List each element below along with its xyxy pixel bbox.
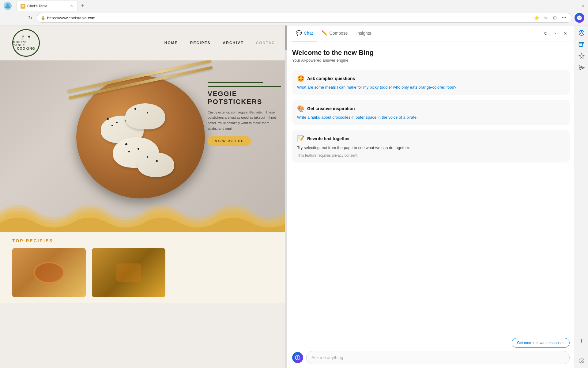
card1-title: Ask complex questions [307, 76, 355, 81]
insights-tab-label: Insights [356, 31, 371, 36]
card3-header: 📝 Rewrite text together [297, 135, 565, 142]
top-recipes-label: TOP RECIPIES [12, 238, 275, 243]
send-button-edge[interactable] [577, 63, 586, 73]
new-tab-button[interactable]: + [78, 2, 87, 10]
svg-rect-1 [23, 36, 23, 38]
scroll-thumb[interactable] [285, 25, 287, 50]
svg-point-8 [581, 360, 582, 362]
close-window-button[interactable]: ✕ [582, 4, 584, 8]
card3-text: Try selecting text from the page to see … [297, 145, 565, 151]
minimize-button[interactable]: ─ [566, 4, 569, 8]
welcome-section: Welcome to the new Bing Your AI-powered … [292, 49, 570, 65]
address-bar-row: ← → ↻ 🔒 https://www.chefstable.com ⭐ ☆ ⊞… [0, 12, 588, 25]
add-button-edge[interactable]: + [577, 336, 586, 346]
bing-chat-panel: 💬 Chat ✏️ Compose Insights ↻ ⋯ ✕ Welcome… [287, 25, 575, 368]
card3-emoji: 📝 [297, 135, 305, 142]
address-url: https://www.chefstable.com [47, 16, 533, 20]
card2-header: 🎨 Get creative inspiration [297, 105, 565, 112]
refresh-chat-button[interactable]: ↻ [541, 29, 550, 38]
url-domain: .com [87, 16, 95, 20]
nav-archive[interactable]: ARCHIVE [223, 41, 244, 45]
collections-button-edge[interactable] [577, 51, 586, 61]
card1-header: 🤩 Ask complex questions [297, 75, 565, 82]
tab-title: Chef's Table [27, 4, 67, 8]
profile-icon[interactable] [4, 2, 12, 10]
site-nav: HOME RECIPES ARCHIVE CONTAC [164, 41, 275, 45]
active-tab[interactable]: C Chef's Table ✕ [17, 1, 78, 11]
site-bottom: TOP RECIPIES [0, 232, 287, 303]
tab-close-button[interactable]: ✕ [69, 4, 74, 9]
get-more-responses-button[interactable]: Get more relevant responses [512, 338, 570, 348]
bing-panel-body: Welcome to the new Bing Your AI-powered … [287, 41, 575, 334]
ask-placeholder: Ask me anything [311, 355, 343, 360]
address-actions: ⭐ ☆ ⊞ ··· [533, 14, 568, 22]
back-button[interactable]: ← [4, 13, 12, 22]
title-bar: C Chef's Table ✕ + ─ □ ✕ [0, 0, 588, 12]
svg-rect-6 [579, 42, 582, 46]
logo-circle: CHEF'S TABLE COOKING [12, 29, 40, 57]
hero-recipe-title: VEGGIE POTSTICKERS [208, 86, 281, 106]
bing-edge-button[interactable] [577, 28, 586, 38]
window-controls: ─ □ ✕ [560, 4, 584, 8]
hero-text-overlay: VEGGIE POTSTICKERS Crispy exterior, soft… [202, 76, 287, 152]
close-panel-button[interactable]: ✕ [561, 29, 570, 38]
dumpling-4 [138, 152, 174, 177]
compose-tab-label: Compose [330, 31, 348, 36]
lock-icon: 🔒 [41, 16, 45, 20]
hero-divider [208, 82, 263, 83]
more-options-button[interactable]: ⋯ [551, 29, 560, 38]
bing-toggle-button[interactable] [575, 13, 584, 23]
recipe-thumb-2[interactable] [92, 248, 165, 297]
view-recipe-button[interactable]: VIEW RECIPE [208, 136, 251, 146]
bing-panel-header: 💬 Chat ✏️ Compose Insights ↻ ⋯ ✕ [287, 25, 575, 41]
settings-button-edge[interactable] [577, 356, 586, 366]
chopstick-2 [68, 66, 213, 99]
recipe-thumb-1[interactable] [12, 248, 86, 297]
ask-complex-card: 🤩 Ask complex questions What are some me… [292, 70, 570, 95]
nav-recipes[interactable]: RECIPES [190, 41, 211, 45]
favorites-button[interactable]: ☆ [542, 14, 550, 22]
recipe-thumbnails [12, 248, 275, 297]
hero-recipe-desc: Crispy exterior, soft veggie-filled inte… [208, 110, 281, 131]
tab-favicon: C [21, 4, 25, 9]
site-logo: CHEF'S TABLE COOKING [12, 29, 40, 57]
address-bar[interactable]: 🔒 https://www.chefstable.com ⭐ ☆ ⊞ ··· [37, 13, 572, 23]
dumplings [89, 97, 193, 189]
compose-icon: ✏️ [322, 30, 328, 36]
svg-rect-3 [23, 36, 24, 37]
url-text: https://www.chefstable [47, 16, 87, 20]
nav-contact[interactable]: CONTAC [256, 41, 275, 45]
card1-emoji: 🤩 [297, 75, 305, 82]
tab-compose[interactable]: ✏️ Compose [318, 25, 352, 41]
bing-ask-icon[interactable] [292, 352, 303, 363]
hero-image: VEGGIE POTSTICKERS Crispy exterior, soft… [0, 60, 287, 232]
card3-subtext: This feature requires privacy consent. [297, 153, 565, 158]
chat-tab-label: Chat [304, 31, 313, 36]
settings-more-button[interactable]: ··· [560, 14, 568, 22]
tab-bar: C Chef's Table ✕ + [14, 1, 89, 11]
nav-home[interactable]: HOME [164, 41, 178, 45]
tab-insights[interactable]: Insights [353, 25, 375, 41]
welcome-title: Welcome to the new Bing [292, 49, 570, 57]
welcome-subtitle: Your AI-powered answer engine [292, 58, 570, 63]
logo-text-top: CHEF'S TABLE [13, 40, 39, 47]
ask-input[interactable]: Ask me anything [306, 351, 570, 364]
collections-button[interactable]: ⊞ [551, 14, 559, 22]
dumpling-2 [125, 103, 165, 129]
svg-rect-4 [23, 38, 23, 40]
chat-icon: 💬 [296, 30, 302, 36]
card2-title: Get creative inspiration [307, 106, 355, 111]
refresh-button[interactable]: ↻ [26, 13, 34, 22]
scroll-track[interactable] [285, 25, 287, 368]
tab-chat[interactable]: 💬 Chat [292, 25, 317, 41]
card1-link[interactable]: What are some meals I can make for my pi… [297, 85, 565, 90]
card3-title: Rewrite text together [307, 136, 350, 141]
edge-sidebar-icons: + [575, 25, 588, 368]
card2-link[interactable]: Write a haiku about crocodiles in outer … [297, 115, 565, 120]
forward-button[interactable]: → [15, 13, 23, 22]
rewrite-text-card: 📝 Rewrite text together Try selecting te… [292, 130, 570, 163]
page-insights-button[interactable]: ⭐ [533, 14, 541, 22]
maximize-button[interactable]: □ [574, 4, 576, 8]
header-actions: ↻ ⋯ ✕ [541, 29, 570, 38]
outlook-button[interactable] [577, 40, 586, 49]
